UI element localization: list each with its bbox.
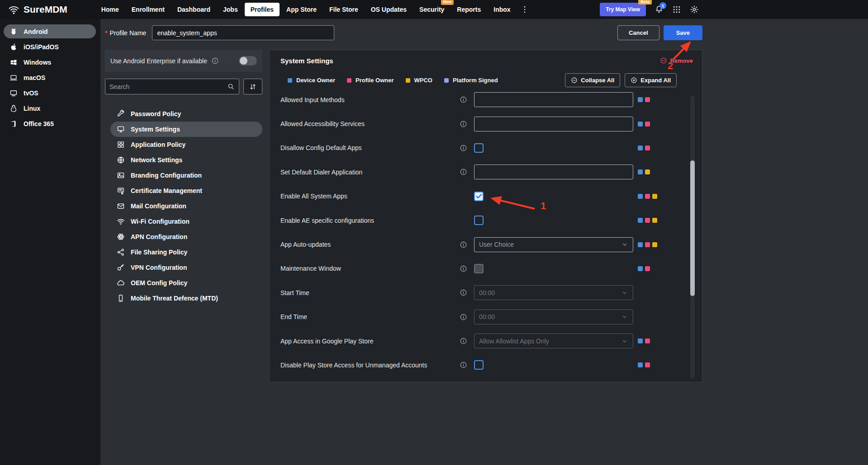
- policy-item-mobile-threat-defence-mtd[interactable]: Mobile Threat Defence (MTD): [110, 291, 262, 306]
- policy-item-password-policy[interactable]: Password Policy: [110, 106, 262, 122]
- policy-item-oem-config-policy[interactable]: OEM Config Policy: [110, 275, 262, 291]
- os-item-office-365[interactable]: Office 365: [4, 117, 96, 131]
- panel-scrollbar[interactable]: [690, 95, 695, 378]
- beta-badge: Beta: [638, 0, 652, 5]
- app-launcher-button[interactable]: [672, 5, 681, 14]
- policy-item-mail-configuration[interactable]: Mail Configuration: [110, 198, 262, 214]
- nav-item-label: Security: [419, 6, 444, 13]
- setting-label: Allowed Accessibility Services: [280, 120, 460, 127]
- policy-item-network-settings[interactable]: Network Settings: [110, 152, 262, 168]
- nav-item-home[interactable]: Home: [95, 3, 125, 16]
- nav-overflow-button[interactable]: [520, 5, 529, 14]
- legend-actions: Collapse All Expand All: [565, 73, 677, 87]
- ae-toggle[interactable]: [239, 56, 257, 66]
- info-icon[interactable]: [460, 337, 467, 345]
- policy-item-label: Mobile Threat Defence (MTD): [131, 295, 218, 302]
- setting-row-enable-ae-specific-configurations: Enable AE specific configurations: [280, 208, 693, 232]
- remove-button[interactable]: Remove: [660, 57, 693, 64]
- setting-text-input[interactable]: [474, 92, 633, 107]
- setting-select-dropdown[interactable]: User Choice: [474, 237, 633, 252]
- info-icon[interactable]: [460, 168, 467, 176]
- brand[interactable]: SureMDM: [5, 4, 70, 15]
- setting-select-dropdown[interactable]: Allow Allowlist Apps Only: [474, 333, 633, 348]
- os-item-tvos[interactable]: tvOS: [4, 86, 96, 100]
- policy-item-apn-configuration[interactable]: APN Configuration: [110, 229, 262, 244]
- nav-item-label: Jobs: [223, 6, 238, 13]
- settings-button[interactable]: [690, 5, 699, 14]
- collapse-all-label: Collapse All: [581, 77, 614, 84]
- legend: Device OwnerProfile OwnerWPCOPlatform Si…: [288, 77, 498, 84]
- cancel-button[interactable]: Cancel: [617, 25, 659, 40]
- info-icon[interactable]: [460, 313, 467, 321]
- nav-item-file-store[interactable]: File Store: [323, 3, 364, 16]
- info-icon[interactable]: [460, 96, 467, 103]
- setting-checkbox[interactable]: [474, 360, 484, 370]
- windows-icon: [9, 58, 18, 66]
- policy-item-label: Certificate Management: [131, 187, 202, 194]
- setting-label: Set Default Dialer Application: [280, 169, 460, 176]
- info-icon[interactable]: [460, 265, 467, 272]
- info-icon[interactable]: [460, 289, 467, 296]
- sort-button[interactable]: [243, 79, 262, 94]
- scrollbar-thumb[interactable]: [690, 160, 695, 296]
- policy-item-label: APN Configuration: [131, 233, 187, 240]
- save-button[interactable]: Save: [664, 25, 702, 40]
- os-item-android[interactable]: Android: [4, 24, 96, 38]
- profile-name-input[interactable]: [152, 25, 334, 40]
- nav-item-label: App Store: [286, 6, 317, 13]
- setting-row-allowed-accessibility-services: Allowed Accessibility Services: [280, 112, 693, 136]
- nav-item-dashboard[interactable]: Dashboard: [171, 3, 216, 16]
- search-input[interactable]: [109, 83, 227, 90]
- policy-item-branding-configuration[interactable]: Branding Configuration: [110, 168, 262, 183]
- nav-item-jobs[interactable]: Jobs: [217, 3, 244, 16]
- check-icon: [475, 192, 483, 200]
- platform-badges: [638, 362, 650, 367]
- setting-select-dropdown[interactable]: 00:00: [474, 285, 633, 300]
- policy-item-label: File Sharing Policy: [131, 249, 187, 256]
- nav-item-security[interactable]: SecurityNew: [413, 3, 450, 16]
- setting-text-input[interactable]: [474, 164, 633, 179]
- apps-grid-icon: [672, 5, 681, 14]
- os-item-macos[interactable]: macOS: [4, 70, 96, 85]
- chevron-down-icon: [621, 241, 628, 248]
- os-item-ios-ipados[interactable]: iOS/iPadOS: [4, 40, 96, 54]
- setting-checkbox[interactable]: [474, 264, 484, 273]
- nav-item-reports[interactable]: Reports: [451, 3, 487, 16]
- notifications-button[interactable]: 1: [655, 5, 664, 14]
- expand-all-button[interactable]: Expand All: [625, 73, 677, 87]
- setting-checkbox[interactable]: [474, 143, 484, 153]
- platform-badge-do: [638, 146, 643, 150]
- try-map-view-button[interactable]: Try Map View Beta: [600, 3, 646, 16]
- legend-color-ps: [444, 78, 449, 83]
- os-item-linux[interactable]: Linux: [4, 101, 96, 115]
- policy-item-wi-fi-configuration[interactable]: Wi-Fi Configuration: [110, 214, 262, 229]
- setting-checkbox[interactable]: [474, 216, 484, 225]
- policy-item-vpn-configuration[interactable]: VPN Configuration: [110, 260, 262, 275]
- nav-item-inbox[interactable]: Inbox: [488, 3, 516, 16]
- nav-item-profiles[interactable]: Profiles: [245, 3, 280, 16]
- setting-select-dropdown[interactable]: 00:00: [474, 310, 633, 324]
- info-icon[interactable]: [211, 57, 219, 65]
- os-item-windows[interactable]: Windows: [4, 55, 96, 69]
- info-icon[interactable]: [460, 241, 467, 249]
- setting-text-input[interactable]: [474, 117, 633, 132]
- setting-row-app-access-in-google-play-store: App Access in Google Play StoreAllow All…: [280, 329, 693, 353]
- nav-item-enrollment[interactable]: Enrollment: [126, 3, 171, 16]
- policy-item-system-settings[interactable]: System Settings: [110, 122, 262, 137]
- nav-item-os-updates[interactable]: OS Updates: [365, 3, 413, 16]
- policy-item-certificate-management[interactable]: Certificate Management: [110, 183, 262, 198]
- nav-item-app-store[interactable]: App Store: [280, 3, 323, 16]
- platform-badges: [638, 218, 657, 223]
- legend-item-po: Profile Owner: [347, 77, 394, 84]
- legend-row: Device OwnerProfile OwnerWPCOPlatform Si…: [280, 73, 693, 88]
- policy-item-file-sharing-policy[interactable]: File Sharing Policy: [110, 244, 262, 260]
- chevron-down-icon: [621, 338, 628, 345]
- collapse-all-button[interactable]: Collapse All: [565, 73, 620, 87]
- info-icon[interactable]: [460, 361, 467, 369]
- setting-checkbox[interactable]: [474, 192, 484, 201]
- android-icon: [9, 28, 18, 36]
- info-icon[interactable]: [460, 144, 467, 152]
- mail-icon: [117, 202, 125, 210]
- info-icon[interactable]: [460, 120, 467, 128]
- policy-item-application-policy[interactable]: Application Policy: [110, 137, 262, 152]
